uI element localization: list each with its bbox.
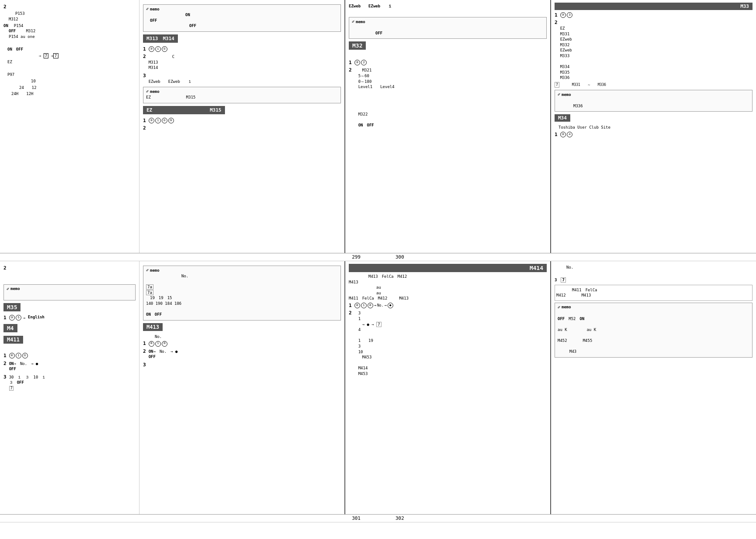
steps-list-top-col2: 1 ③ １ ① 2 C M313 bbox=[143, 46, 341, 85]
page-num-row-top: 299 300 bbox=[0, 253, 756, 261]
bottom-col3: M414 M413 FelCa M412 M413 au au M411 Fel… bbox=[345, 261, 551, 514]
step-2: 2 C M313 M314 bbox=[143, 53, 341, 72]
steps-m32: 1 ③ ２ 2 M321 5～60 0～180 Level1 Level4 bbox=[349, 59, 547, 129]
m411-step-1: 1 ④ １ ① bbox=[3, 352, 136, 359]
steps-ez: 1 ③ １ ① ⑤ 2 bbox=[143, 117, 341, 132]
m413-step-2: 2 ON→ No. → ● OFF bbox=[143, 348, 341, 361]
memo-label-col4: memo bbox=[558, 92, 749, 97]
memo-bottom-col2: memo EZ M315 bbox=[143, 87, 341, 103]
m33-step-1: 1 ③ ３ bbox=[555, 12, 753, 18]
bottom-col2: memo No. 7a 7a 19 19 15 140 190 184 186 … bbox=[140, 261, 345, 514]
ezweb-header: EZweb EZweb １ bbox=[349, 3, 547, 9]
bottom-half: 2 memo M35 bbox=[0, 261, 756, 515]
top-col2: memo ON OFF OFF M313 M314 1 bbox=[140, 0, 345, 253]
top-col4: M33 1 ③ ３ 2 EZ M331 bbox=[551, 0, 756, 253]
section-m35: M35 bbox=[3, 303, 20, 311]
page-num-302: 302 bbox=[395, 515, 404, 521]
section-m313-m314: M313 M314 bbox=[143, 34, 178, 43]
memo-label-b-col4: memo bbox=[558, 305, 749, 310]
memo-label-col3: memo bbox=[352, 19, 544, 24]
m32-step-2: 2 M321 5～60 0～180 Level1 Level4 bbox=[349, 67, 547, 129]
memo-col3: memo OFF bbox=[349, 17, 547, 39]
steps-m411: 1 ④ １ ① 2 ON→ No. → ● OFF 3 bbox=[3, 352, 136, 392]
m32-step-1: 1 ③ ２ bbox=[349, 59, 547, 66]
step-1: 1 ③ １ ① bbox=[143, 46, 341, 52]
memo-bottom-col2-b: memo No. 7a 7a 19 19 15 140 190 184 186 … bbox=[143, 266, 341, 321]
page-container: 2 P153 M312 ON P154 OFF M312 bbox=[0, 0, 756, 522]
m411-step-2: 2 ON→ No. → ● OFF bbox=[3, 360, 136, 373]
memo-top-col2: memo ON OFF OFF bbox=[143, 4, 341, 32]
step-3: 3 EZweb EZweb １ bbox=[143, 72, 341, 85]
top-col3: EZweb EZweb １ memo OFF M32 bbox=[345, 0, 551, 253]
section-m4: M4 bbox=[3, 324, 17, 332]
bottom-col1: 2 memo M35 bbox=[0, 261, 140, 514]
memo-col4: memo M336 bbox=[555, 90, 753, 112]
section-m32: M32 bbox=[349, 41, 366, 50]
m414-step-1: 1 ④ １ ④ → No. → ● bbox=[349, 302, 547, 309]
top-half: 2 P153 M312 ON P154 OFF M312 bbox=[0, 0, 756, 253]
page-num-299: 299 bbox=[352, 254, 361, 260]
m35-step-1: 1 ③ ５ → English bbox=[3, 314, 136, 321]
m411-step-3: 3 30 １ ３ 10 １ ３ OFF 7 bbox=[3, 374, 136, 392]
memo-label-b-col1: memo bbox=[7, 287, 133, 291]
memo-label-b-col2: memo bbox=[146, 268, 338, 273]
m33-step-2: 2 EZ M331 EZweb M332 EZweb M333 bbox=[555, 19, 753, 82]
top-col1: 2 P153 M312 ON P154 OFF M312 bbox=[0, 0, 140, 253]
page-num-301: 301 bbox=[352, 515, 361, 521]
section-m33: M33 bbox=[555, 3, 753, 10]
section-m411: M411 bbox=[3, 336, 23, 344]
steps-m414: 1 ④ １ ④ → No. → ● 2 3 bbox=[349, 302, 547, 378]
m414-step-2: 2 3 1 → ● → 7 4 1 19 3 10 M bbox=[349, 310, 547, 377]
steps-m33: 1 ③ ３ 2 EZ M331 EZweb bbox=[555, 12, 753, 82]
section-m414: M414 bbox=[349, 264, 547, 272]
steps-m413: 1 ④ １ ③ 2 ON→ No. → ● OFF 3 bbox=[143, 340, 341, 368]
ez-step-2: 2 bbox=[143, 125, 341, 132]
section-num-top: 2 bbox=[3, 3, 136, 10]
section-m34: M34 bbox=[555, 114, 570, 122]
steps-m35: 1 ③ ５ → English bbox=[3, 314, 136, 321]
page-num-300: 300 bbox=[395, 254, 404, 260]
ez-step-1: 1 ③ １ ① ⑤ bbox=[143, 117, 341, 124]
memo-label: memo bbox=[146, 7, 338, 11]
section-m413: M413 bbox=[143, 323, 163, 331]
memo-bottom-col4: memo OFF M52 ON au K au K M452 M455 M43 bbox=[555, 303, 753, 358]
m413-step-1: 1 ④ １ ③ bbox=[143, 340, 341, 347]
memo-bottom-col1: memo bbox=[3, 284, 136, 301]
m34-step-1: 1 ③ ４ bbox=[555, 131, 753, 138]
steps-m34: 1 ③ ４ bbox=[555, 131, 753, 138]
bottom-col4: No. 3 7 M411 FelCa M412 M413 memo bbox=[551, 261, 756, 514]
memo-label-2: memo bbox=[146, 89, 338, 94]
page-num-row-bottom: 301 302 bbox=[0, 515, 756, 522]
m413-step-3: 3 bbox=[143, 362, 341, 369]
section-ez-m315: EZ M315 bbox=[143, 106, 225, 114]
